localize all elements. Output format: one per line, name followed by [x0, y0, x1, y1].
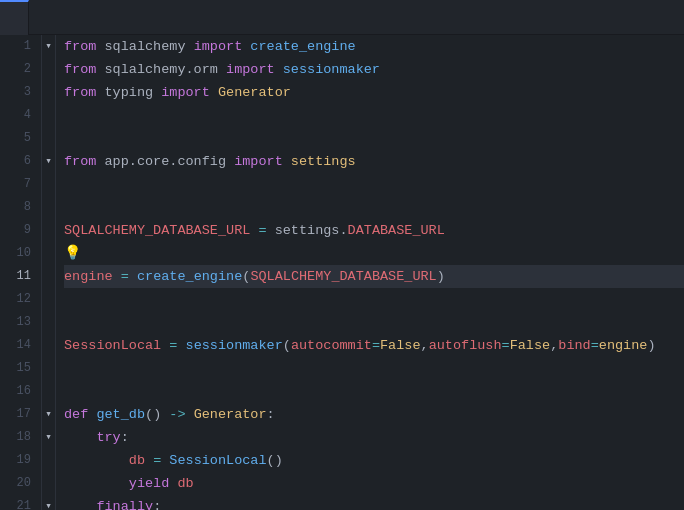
token: [242, 35, 250, 58]
line-number: 1: [8, 35, 31, 58]
token: app.core.config: [96, 150, 234, 173]
token: [88, 403, 96, 426]
fold-marker: [42, 219, 55, 242]
code-line: yield db: [64, 472, 684, 495]
fold-marker: [42, 311, 55, 334]
fold-marker: [42, 127, 55, 150]
line-number: 17: [8, 403, 31, 426]
token: =: [502, 334, 510, 357]
line-number: 16: [8, 380, 31, 403]
token: import: [161, 81, 210, 104]
token: settings.: [267, 219, 348, 242]
token: False: [380, 334, 421, 357]
token: [169, 472, 177, 495]
token: from: [64, 150, 96, 173]
token: [64, 426, 96, 449]
token: bind: [558, 334, 590, 357]
code-line: SQLALCHEMY_DATABASE_URL = settings.DATAB…: [64, 219, 684, 242]
token: =: [258, 219, 266, 242]
token: [186, 403, 194, 426]
fold-marker: [42, 196, 55, 219]
token: import: [234, 150, 283, 173]
code-line: [64, 311, 684, 334]
code-line: ●engine = create_engine(SQLALCHEMY_DATAB…: [64, 265, 684, 288]
fold-marker: [42, 81, 55, 104]
token: [275, 58, 283, 81]
token: =: [169, 334, 177, 357]
fold-marker[interactable]: ▾: [42, 495, 55, 510]
fold-marker[interactable]: ▾: [42, 150, 55, 173]
code-line: def get_db() -> Generator:: [64, 403, 684, 426]
token: import: [226, 58, 275, 81]
token: [129, 265, 137, 288]
fold-marker[interactable]: ▾: [42, 35, 55, 58]
token: DATABASE_URL: [348, 219, 445, 242]
line-number: 18: [8, 426, 31, 449]
code-line: from typing import Generator: [64, 81, 684, 104]
token: (: [242, 265, 250, 288]
token: [64, 495, 96, 510]
line-number: 12: [8, 288, 31, 311]
line-number: 7: [8, 173, 31, 196]
fold-marker: [42, 472, 55, 495]
token: from: [64, 58, 96, 81]
line-number: 8: [8, 196, 31, 219]
token: SQLALCHEMY_DATABASE_URL: [64, 219, 250, 242]
token: [177, 334, 185, 357]
code-line: 💡: [64, 242, 684, 265]
token: False: [510, 334, 551, 357]
token: =: [121, 265, 129, 288]
token: (): [267, 449, 283, 472]
fold-marker: [42, 380, 55, 403]
fold-marker: [42, 265, 55, 288]
line-number: 14: [8, 334, 31, 357]
code-line: from app.core.config import settings: [64, 150, 684, 173]
token: [64, 472, 129, 495]
code-lines: from sqlalchemy import create_enginefrom…: [56, 35, 684, 510]
token: [113, 265, 121, 288]
token: sqlalchemy.orm: [96, 58, 226, 81]
fold-marker: [42, 242, 55, 265]
token: ): [437, 265, 445, 288]
fold-marker: [42, 288, 55, 311]
token: ): [647, 334, 655, 357]
token: create_engine: [250, 35, 355, 58]
token: [64, 449, 129, 472]
token: def: [64, 403, 88, 426]
token: (: [283, 334, 291, 357]
token: SessionLocal: [64, 334, 161, 357]
fold-marker[interactable]: ▾: [42, 403, 55, 426]
fold-marker: [42, 173, 55, 196]
line-number: 5: [8, 127, 31, 150]
fold-marker: [42, 449, 55, 472]
code-line: [64, 127, 684, 150]
line-number: 2: [8, 58, 31, 81]
token: [161, 403, 169, 426]
token: :: [153, 495, 161, 510]
token: autocommit: [291, 334, 372, 357]
token: Generator: [194, 403, 267, 426]
fold-marker[interactable]: ▾: [42, 426, 55, 449]
tab-bar: [0, 0, 684, 35]
token: :: [267, 403, 275, 426]
token: :: [121, 426, 129, 449]
token: ,: [421, 334, 429, 357]
line-number: 13: [8, 311, 31, 334]
code-line: from sqlalchemy import create_engine: [64, 35, 684, 58]
code-line: [64, 104, 684, 127]
code-area: 12345678910111213141516171819202122 ▾▾▾▾…: [0, 35, 684, 510]
line-number: 19: [8, 449, 31, 472]
file-tab[interactable]: [0, 0, 29, 35]
token: try: [96, 426, 120, 449]
line-numbers: 12345678910111213141516171819202122: [0, 35, 42, 510]
code-line: [64, 357, 684, 380]
fold-marker: [42, 58, 55, 81]
fold-marker: [42, 334, 55, 357]
token: [283, 150, 291, 173]
token: autoflush: [429, 334, 502, 357]
fold-marker: [42, 104, 55, 127]
token: =: [153, 449, 161, 472]
token: get_db: [96, 403, 145, 426]
code-line: [64, 288, 684, 311]
token: Generator: [218, 81, 291, 104]
